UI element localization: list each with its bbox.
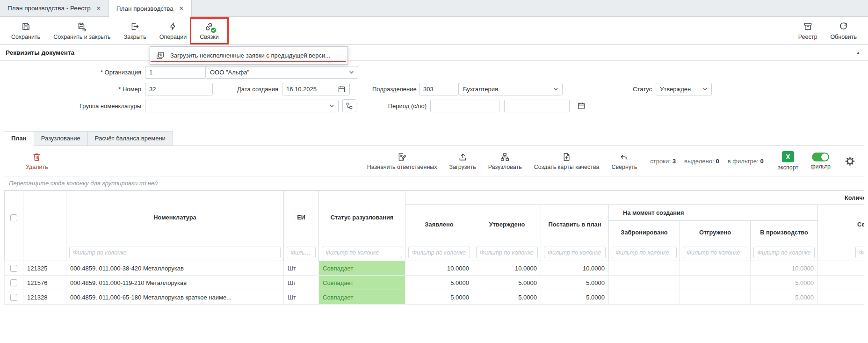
main-toolbar: Сохранить Сохранить и закрыть Закрыть Оп… [0, 17, 868, 45]
load-icon [458, 152, 468, 162]
plan-table: Номенклатура ЕИ Статус разузлования Коли… [4, 190, 864, 305]
col-header-explode-status[interactable]: Статус разузлования [319, 191, 405, 244]
table-row[interactable]: 121325 000.4859. 011.000-38-420 Металлор… [5, 261, 864, 276]
col-header-nomenclature[interactable]: Номенклатура [66, 191, 284, 244]
save-button[interactable]: Сохранить [5, 20, 47, 42]
save-icon [21, 22, 31, 32]
col-header-unit[interactable]: ЕИ [284, 191, 319, 244]
filter-input-shipped[interactable] [683, 247, 747, 258]
load-button[interactable]: Загрузить [449, 152, 476, 170]
close-button[interactable]: Закрыть [117, 20, 153, 42]
filter-toggle-button[interactable]: фильтр [810, 153, 831, 170]
row-checkbox[interactable] [10, 294, 17, 301]
organization-select[interactable]: ООО "Альфа" [206, 66, 358, 79]
period-calendar-button[interactable] [577, 102, 586, 110]
table-row[interactable]: 121576 000.4859. 011.000-119-210 Металло… [5, 276, 864, 290]
quality-cards-button[interactable]: Создать карты качества [534, 152, 600, 170]
tab-plan[interactable]: План [4, 131, 34, 146]
col-header-to-plan[interactable]: Поставить в план [541, 205, 609, 244]
filter-input-explode-status[interactable] [322, 247, 402, 258]
window-tab-registry[interactable]: План производства - Реестр ✕ [0, 0, 109, 16]
calendar-icon [577, 102, 586, 110]
filter-input-last[interactable] [855, 247, 864, 258]
status-select[interactable]: Утвержден [656, 83, 712, 95]
close-tab-icon[interactable]: ✕ [96, 5, 101, 12]
col-header-in-production[interactable]: В производство [751, 221, 818, 244]
period-label: Период (с/по) [385, 102, 430, 109]
nomenclature-group-select[interactable] [145, 100, 339, 112]
excel-export-label: экспорт [778, 164, 798, 171]
department-select[interactable]: Бухгалтерия [459, 83, 563, 95]
department-code-field[interactable] [419, 83, 459, 95]
table-row[interactable]: 121328 000.4859. 011.000-65-180 Металлор… [5, 290, 864, 305]
created-date-field[interactable]: 16.10.2025 [282, 83, 350, 95]
filter-input-unit[interactable] [287, 247, 316, 258]
calendar-icon[interactable] [338, 85, 346, 93]
row-checkbox-cell [5, 290, 23, 305]
filter-input-to-plan[interactable] [544, 247, 606, 258]
cell-last [818, 261, 864, 276]
explode-button[interactable]: Разузловать [488, 152, 522, 170]
tab-time-balance[interactable]: Расчёт баланса времени [87, 131, 173, 146]
grid-panel: Удалить Назначить ответственных Загрузит… [4, 146, 864, 343]
cell-unit: Шт [284, 276, 319, 290]
cell-reserved [609, 290, 680, 305]
cell-explode-status: Совпадает [319, 261, 405, 276]
collapse-section-icon[interactable]: ▲ [854, 50, 862, 55]
window-tabbar: План производства - Реестр ✕ План произв… [0, 0, 868, 17]
col-header-approved[interactable]: Утверждено [473, 205, 541, 244]
col-header-id[interactable] [23, 191, 66, 244]
group-header-at-creation: На момент создания [609, 205, 818, 221]
col-header-reserved[interactable]: Забронировано [609, 221, 680, 244]
toggle-knob [821, 153, 828, 161]
period-to-field[interactable] [504, 100, 570, 112]
period-from-field[interactable] [430, 100, 499, 112]
filter-input-approved[interactable] [476, 247, 538, 258]
window-tab-plan[interactable]: План производства ✕ [109, 0, 192, 17]
filter-input-in-production[interactable] [753, 247, 815, 258]
save-and-close-button[interactable]: Сохранить и закрыть [47, 20, 117, 42]
cell-id: 121325 [23, 261, 66, 276]
filter-row [5, 244, 864, 261]
filter-toggle[interactable] [812, 153, 829, 161]
view-tabs: План Разузлование Расчёт баланса времени [4, 131, 868, 146]
menu-item-load-unfulfilled-requests[interactable]: Загрузить неисполненные заявки с предыду… [150, 49, 347, 62]
row-checkbox[interactable] [10, 279, 17, 286]
document-form: * Организация ООО "Альфа" * Номер Дата с… [0, 61, 868, 124]
excel-export-button[interactable]: X экспорт [778, 151, 798, 171]
close-label: Закрыть [124, 34, 146, 40]
filter-input-declared[interactable] [408, 247, 470, 258]
delete-button[interactable]: Удалить [26, 152, 48, 170]
refresh-icon [839, 22, 848, 32]
tab-explode[interactable]: Разузлование [34, 131, 88, 146]
organization-label: * Организация [0, 69, 145, 76]
number-label: * Номер [0, 86, 145, 93]
registry-button[interactable]: Реестр [792, 20, 824, 42]
links-button[interactable]: Связки [193, 20, 225, 42]
row-checkbox[interactable] [10, 265, 17, 272]
filter-input-nomenclature[interactable] [69, 247, 281, 258]
grid-settings-button[interactable] [845, 156, 855, 167]
close-tab-icon[interactable]: ✕ [179, 5, 184, 12]
undo-arrow-icon [619, 152, 629, 162]
cell-explode-status: Совпадает [319, 290, 405, 305]
col-header-declared[interactable]: Заявлено [405, 205, 473, 244]
collapse-rows-button[interactable]: Свернуть [611, 152, 637, 170]
form-row-number: * Номер Дата создания 16.10.2025 Подразд… [0, 82, 868, 95]
number-field[interactable] [145, 83, 213, 95]
cell-to-plan: 5.0000 [541, 290, 609, 305]
assign-responsible-button[interactable]: Назначить ответственных [367, 152, 437, 170]
refresh-button[interactable]: Обновить [824, 20, 863, 42]
operations-button[interactable]: Операции [153, 20, 193, 42]
filter-input-reserved[interactable] [612, 247, 677, 258]
links-icon [204, 22, 214, 32]
gear-icon [845, 156, 855, 167]
nomenclature-tree-button[interactable] [342, 99, 356, 112]
col-header-last[interactable]: Се [818, 205, 864, 244]
select-all-checkbox[interactable] [10, 214, 17, 221]
col-header-shipped[interactable]: Отгружено [680, 221, 751, 244]
cell-in-production: 5.0000 [751, 290, 818, 305]
organization-code-field[interactable] [145, 66, 206, 79]
delete-icon [32, 152, 42, 162]
refresh-label: Обновить [830, 34, 857, 40]
